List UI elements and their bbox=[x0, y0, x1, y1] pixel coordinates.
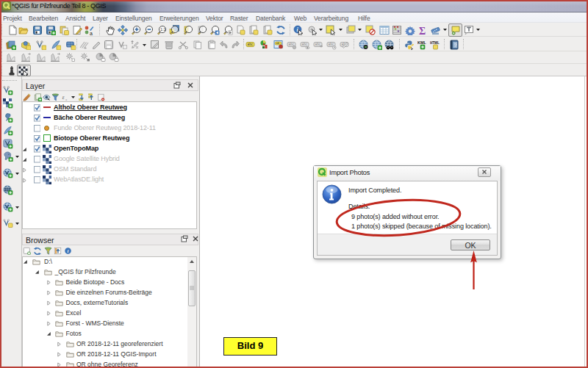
svg-text:a: a bbox=[90, 31, 93, 36]
svg-text:ε: ε bbox=[62, 94, 65, 101]
svg-text:abc: abc bbox=[248, 43, 254, 46]
svg-text:Σ: Σ bbox=[419, 26, 426, 36]
svg-text:?: ? bbox=[453, 43, 456, 48]
svg-text:i: i bbox=[68, 248, 69, 253]
svg-text:1:1: 1:1 bbox=[160, 27, 166, 32]
svg-text:ab: ab bbox=[276, 42, 279, 45]
svg-text:abc: abc bbox=[302, 43, 308, 46]
svg-text:KML: KML bbox=[417, 40, 426, 45]
svg-text:HTML: HTML bbox=[430, 41, 440, 45]
